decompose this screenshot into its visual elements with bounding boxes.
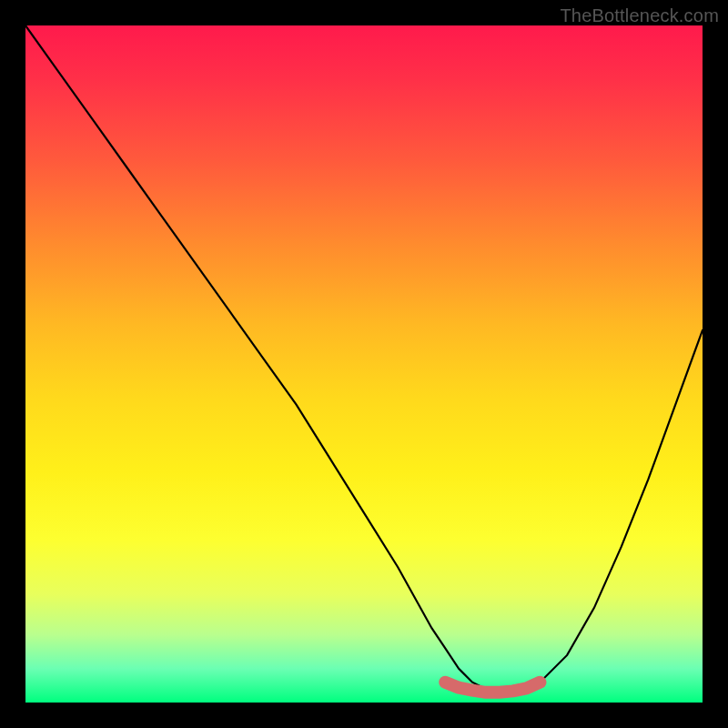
curve-path bbox=[25, 25, 703, 693]
chart-frame: TheBottleneck.com bbox=[0, 0, 728, 728]
plot-area bbox=[25, 25, 703, 703]
bottom-highlight-path bbox=[445, 682, 540, 693]
chart-svg bbox=[25, 25, 703, 703]
attribution-label: TheBottleneck.com bbox=[560, 5, 719, 26]
